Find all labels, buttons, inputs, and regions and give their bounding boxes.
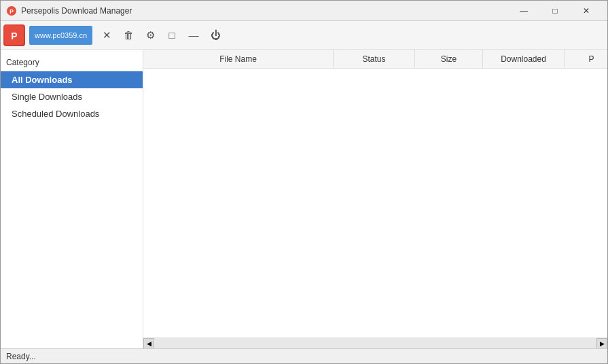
category-label: Category [1,55,143,71]
watermark-label: www.pc0359.cn [29,26,92,45]
col-header-filename: File Name [143,50,334,68]
sidebar-item-scheduled-downloads[interactable]: Scheduled Downloads [1,105,143,122]
toolbar: P www.pc0359.cn ✕ 🗑 ⚙ □ — ⏻ [1,21,607,50]
sidebar: Category All Downloads Single Downloads … [1,50,143,348]
window-controls: — □ ✕ [508,1,602,21]
col-header-size: Size [415,50,483,68]
minus-button[interactable]: — [183,25,204,46]
status-bar: Ready... [1,348,607,363]
status-text: Ready... [6,352,36,361]
svg-text:P: P [10,8,14,15]
table-header: File Name Status Size Downloaded P [143,50,607,69]
power-button[interactable]: ⏻ [205,25,226,46]
trash-icon: 🗑 [124,29,134,41]
app-icon: P [6,5,17,16]
window-title: Persepolis Download Manager [21,6,508,16]
close-tab-icon: ✕ [103,29,111,41]
horizontal-scrollbar[interactable]: ◀ ▶ [143,338,607,348]
app-logo: P [3,24,25,46]
table-body[interactable] [143,69,607,338]
sidebar-item-all-downloads[interactable]: All Downloads [1,71,143,88]
main-content: Category All Downloads Single Downloads … [1,50,607,348]
minimize-button[interactable]: — [508,1,539,21]
delete-button[interactable]: 🗑 [118,25,139,46]
window-button[interactable]: □ [162,25,182,46]
close-tab-button[interactable]: ✕ [96,25,117,46]
scrollbar-track[interactable] [154,338,596,348]
col-header-status: Status [334,50,415,68]
col-header-percent: P [565,50,607,68]
table-area: File Name Status Size Downloaded P ◀ ▶ [143,50,607,348]
settings-button[interactable]: ⚙ [140,25,160,46]
close-button[interactable]: ✕ [571,1,602,21]
window-icon: □ [169,29,175,41]
sidebar-item-single-downloads[interactable]: Single Downloads [1,88,143,105]
scroll-left-button[interactable]: ◀ [143,338,154,349]
minus-icon: — [189,29,199,41]
title-bar: P Persepolis Download Manager — □ ✕ [1,1,607,21]
col-header-downloaded: Downloaded [483,50,565,68]
power-icon: ⏻ [211,29,221,41]
svg-text:P: P [11,31,17,41]
maximize-button[interactable]: □ [539,1,571,21]
scroll-right-button[interactable]: ▶ [596,338,607,349]
gear-icon: ⚙ [146,29,155,41]
